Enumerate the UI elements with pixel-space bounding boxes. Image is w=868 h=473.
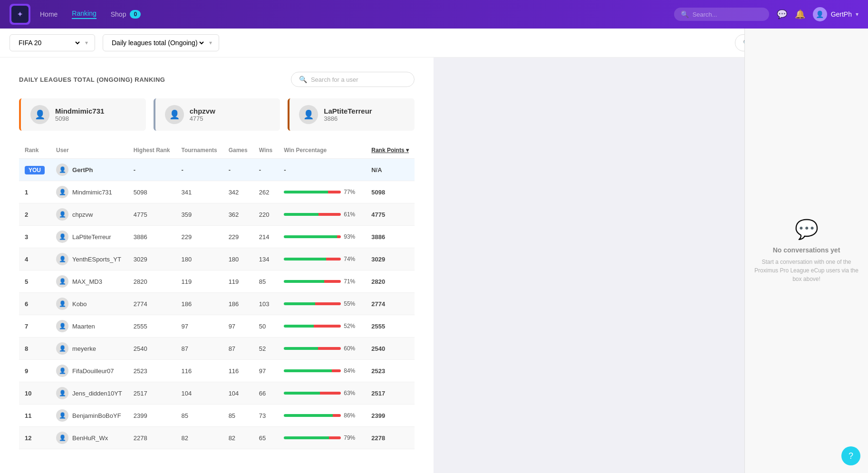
nav-ranking[interactable]: Ranking [72, 10, 96, 19]
games: 82 [223, 427, 253, 449]
global-search[interactable]: 🔍 [674, 8, 769, 21]
rank-points: 2517 [366, 382, 415, 405]
games: 104 [223, 382, 253, 405]
filter-bar: FIFA 20 ▾ Daily leagues total (Ongoing) … [0, 29, 868, 58]
you-user-cell: 👤 GertPh [50, 159, 128, 181]
tournaments: 341 [176, 181, 223, 203]
navbar-right: 🔍 💬 🔔 👤 GertPh ▾ [674, 7, 858, 21]
highest-rank: 4775 [128, 203, 176, 226]
you-label: YOU [25, 166, 45, 174]
user-avatar: 👤 [56, 365, 68, 377]
win-pct-label: 79% [344, 434, 359, 441]
username-label: GertPh [831, 10, 852, 18]
win-pct-cell: 60% [278, 338, 366, 360]
wins: 65 [253, 427, 279, 449]
user-avatar: 👤 [56, 298, 68, 310]
username: FifaDouilleur07 [72, 367, 114, 375]
tournaments: 119 [176, 270, 223, 293]
messages-icon[interactable]: 💬 [777, 9, 787, 19]
table-row: 3 👤 LaPtiteTerreur 3886 229 229 214 93% [19, 226, 415, 248]
wins: 66 [253, 382, 279, 405]
table-row: 12 👤 BenHuR_Wx 2278 82 82 65 79% [19, 427, 415, 449]
nav-shop[interactable]: Shop [111, 10, 126, 18]
highest-rank: 2774 [128, 293, 176, 315]
win-pct-label: 61% [344, 211, 359, 218]
games: 362 [223, 203, 253, 226]
wins: 220 [253, 203, 279, 226]
win-pct-cell: 61% [278, 203, 366, 226]
top3-avatar-2: 👤 [165, 105, 184, 124]
games: 87 [223, 338, 253, 360]
tournaments: 229 [176, 226, 223, 248]
top3-points-3: 3886 [324, 115, 372, 122]
help-button[interactable]: ? [841, 446, 860, 465]
rank-points: 4775 [366, 203, 415, 226]
rank-points: 2555 [366, 315, 415, 338]
user-avatar: 👤 [56, 342, 68, 355]
user-cell-td: 👤 BenjaminBoBoYF [50, 405, 128, 427]
conv-empty-icon: 💬 [795, 218, 819, 241]
shop-badge: 0 [130, 10, 141, 19]
league-select[interactable]: Daily leagues total (Ongoing) [110, 39, 205, 47]
ranking-table: Rank User Highest Rank Tournaments Games… [19, 142, 415, 449]
user-menu[interactable]: 👤 GertPh ▾ [813, 7, 858, 21]
user-search-box[interactable]: 🔍 [291, 72, 415, 87]
rank-cell: 4 [19, 248, 50, 270]
win-pct-label: 55% [344, 300, 359, 307]
wins: 52 [253, 338, 279, 360]
col-rank-points[interactable]: Rank Points ▾ [366, 142, 415, 159]
you-username: GertPh [72, 166, 93, 174]
highest-rank: 2540 [128, 338, 176, 360]
rank-points: 2540 [366, 338, 415, 360]
user-avatar: 👤 [56, 387, 68, 399]
rank-cell: 2 [19, 203, 50, 226]
top3-section: 👤 Mindmimic731 5098 👤 chpzvw 4775 👤 LaPt… [19, 98, 415, 131]
you-avatar: 👤 [56, 164, 68, 176]
you-highest-rank: - [128, 159, 176, 181]
you-row: YOU 👤 GertPh - - - - - N/A [19, 159, 415, 181]
main-content: DAILY LEAGUES TOTAL (ONGOING) RANKING 🔍 … [0, 58, 434, 473]
league-filter[interactable]: Daily leagues total (Ongoing) ▾ [103, 34, 219, 51]
logo[interactable]: ✦ [10, 4, 30, 25]
top3-card-2: 👤 chpzvw 4775 [154, 98, 280, 131]
notifications-icon[interactable]: 🔔 [795, 9, 805, 19]
games: 85 [223, 405, 253, 427]
user-avatar: 👤 [56, 409, 68, 422]
highest-rank: 5098 [128, 181, 176, 203]
user-cell-td: 👤 LaPtiteTerreur [50, 226, 128, 248]
rank-points: 2774 [366, 293, 415, 315]
conversation-sidebar: 💬 No conversations yet Start a conversat… [744, 29, 868, 473]
logo-inner: ✦ [11, 6, 29, 23]
avatar: 👤 [813, 7, 827, 21]
page-title: DAILY LEAGUES TOTAL (ONGOING) RANKING [19, 76, 165, 83]
user-avatar: 👤 [56, 432, 68, 444]
user-avatar: 👤 [56, 275, 68, 288]
username: LaPtiteTerreur [72, 233, 111, 241]
you-games: - [223, 159, 253, 181]
tournaments: 180 [176, 248, 223, 270]
username: Kobo [72, 300, 87, 308]
username: Maarten [72, 323, 95, 330]
user-search-input[interactable] [311, 76, 406, 83]
highest-rank: 2555 [128, 315, 176, 338]
user-cell-td: 👤 FifaDouilleur07 [50, 360, 128, 382]
game-filter[interactable]: FIFA 20 ▾ [10, 34, 95, 51]
highest-rank: 2820 [128, 270, 176, 293]
search-input[interactable] [693, 11, 762, 18]
win-pct-cell: 77% [278, 181, 366, 203]
user-cell-td: 👤 meyerke [50, 338, 128, 360]
top3-avatar-3: 👤 [299, 105, 318, 124]
tournaments: 85 [176, 405, 223, 427]
top3-name-3: LaPtiteTerreur [324, 107, 372, 115]
conv-empty-desc: Start a conversation with one of the Pro… [754, 258, 858, 283]
chevron-icon: ▾ [85, 39, 88, 46]
win-pct-cell: 71% [278, 270, 366, 293]
table-row: 11 👤 BenjaminBoBoYF 2399 85 85 73 86% [19, 405, 415, 427]
highest-rank: 3029 [128, 248, 176, 270]
win-pct-cell: 86% [278, 405, 366, 427]
win-pct-label: 74% [344, 256, 359, 262]
col-tournaments: Tournaments [176, 142, 223, 159]
game-select[interactable]: FIFA 20 [17, 39, 81, 47]
nav-home[interactable]: Home [40, 10, 58, 18]
rank-cell: 1 [19, 181, 50, 203]
